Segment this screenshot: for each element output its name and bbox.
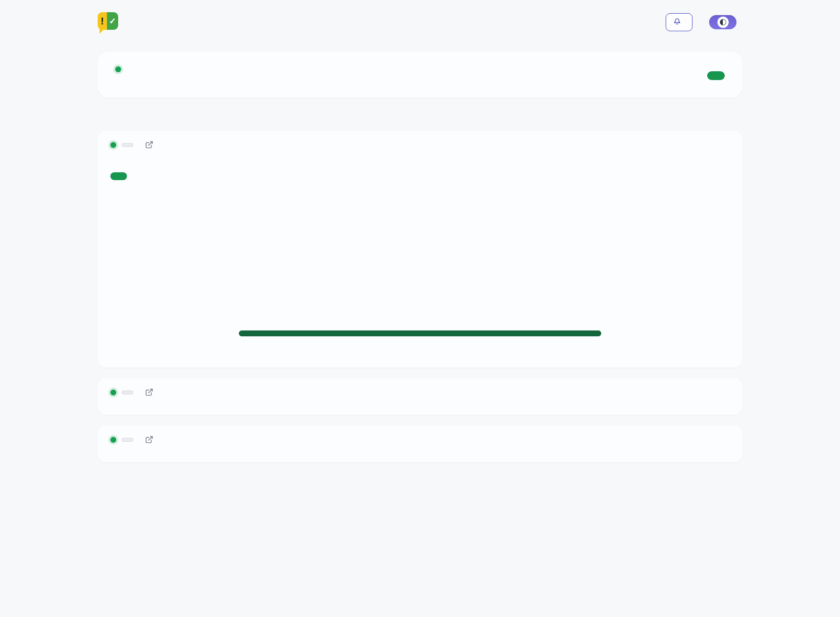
stat-mtbf: [317, 218, 524, 222]
stats-row: [110, 218, 730, 222]
theme-knob: [717, 17, 729, 28]
component-status-dot: [110, 142, 116, 148]
component-tag: [122, 143, 133, 147]
brand-logo[interactable]: ! ✓: [98, 12, 123, 32]
check-icon: ✓: [107, 12, 118, 30]
component-header: [110, 388, 730, 396]
component-header: [110, 141, 730, 149]
external-link-icon[interactable]: [145, 388, 153, 396]
component-tag: [122, 438, 133, 442]
component-card-status-pages: [98, 131, 742, 368]
operational-status-badge: [110, 172, 127, 180]
external-link-icon[interactable]: [145, 435, 153, 444]
exclamation-icon: !: [98, 12, 107, 30]
stat-mttr: [523, 218, 730, 222]
overall-status-dot: [115, 66, 121, 72]
stat-availability: [110, 218, 317, 222]
bell-icon: [673, 18, 681, 27]
component-status-dot: [110, 390, 116, 395]
top-navigation-bar: ! ✓: [98, 0, 742, 37]
component-tag: [122, 391, 133, 394]
theme-toggle[interactable]: [709, 15, 736, 29]
response-time-chart: [110, 242, 730, 310]
today-progress-bar[interactable]: [239, 330, 601, 336]
component-card-eu-west-uk: [98, 378, 742, 415]
overall-status-badge: [707, 71, 725, 80]
external-link-icon[interactable]: [145, 141, 153, 149]
half-moon-icon: [720, 19, 726, 25]
theme-control: [709, 15, 742, 29]
component-header: [110, 435, 730, 444]
overall-status-card: [98, 52, 742, 98]
chart-plot: [134, 242, 729, 296]
component-status-dot: [110, 437, 116, 443]
page-container: ! ✓: [98, 0, 742, 462]
component-card-na-west: [98, 426, 742, 462]
subscribe-button[interactable]: [666, 13, 693, 31]
brand-bubble-icon: ! ✓: [98, 12, 118, 32]
nav-links: [632, 13, 742, 31]
today-progress-fill: [239, 330, 601, 336]
chart-x-axis: [134, 299, 730, 310]
chart-y-axis: [110, 242, 134, 296]
